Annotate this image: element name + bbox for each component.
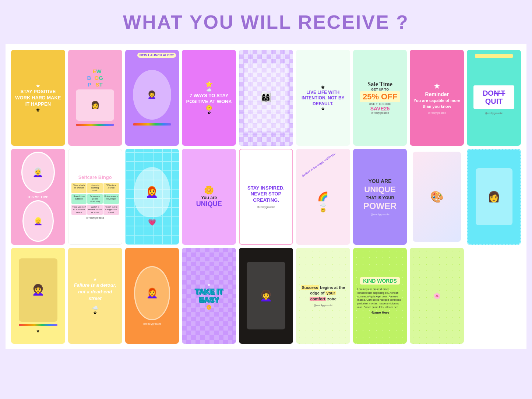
card-text: NEW BLOG POST (87, 68, 103, 88)
magic-text: Believe in the magic within you (302, 152, 337, 178)
bingo-cell: Enjoy a warm beverage (103, 194, 119, 204)
star-icon: ★ (207, 283, 211, 287)
smile-icon: 🙂 (206, 105, 212, 111)
card-stay-positive[interactable]: ★ STAY POSITIVE WORK HARD MAKE IT HAPPEN… (11, 50, 65, 146)
star-icon: ★ (36, 83, 40, 89)
smile-icon: 😊 (320, 208, 326, 213)
cards-grid: ★ STAY POSITIVE WORK HARD MAKE IT HAPPEN… (6, 44, 526, 349)
unique-text: UNIQUE (196, 200, 222, 208)
sale-code: SAVE25 (370, 106, 390, 112)
heart-icon: 💗 (148, 218, 156, 226)
card-text: Success begins at the edge of your comfo… (299, 285, 347, 302)
card-photo-pink[interactable]: 👩‍🦳 IT'S ME TIME 👱‍♀️ (11, 149, 65, 245)
photo-content: 👩‍🦳 IT'S ME TIME 👱‍♀️ (11, 149, 65, 245)
card-selfcare-bingo[interactable]: Selfcare Bingo Take a bath or shower Lis… (68, 149, 122, 245)
card-text: YOU ARE UNIQUE THAT IS YOUR POWER (363, 178, 397, 212)
card-text: 7 WAYS TO STAY POSITIVE AT WORK (185, 93, 233, 105)
take-easy-content: ★ TAKE IT EASY 🌼 (185, 281, 233, 310)
sale-footer: @reallygreasite (371, 112, 389, 114)
card-7ways[interactable]: ⭐ ☁️ 7 WAYS TO STAY POSITIVE AT WORK 🙂 ✿ (182, 50, 236, 146)
card-last[interactable]: 🌸 (410, 248, 464, 344)
bingo-cell: Reach out to a supportive friend (103, 205, 119, 215)
card-text: STAY INSPIRED. NEVER STOP CREATING. (243, 185, 289, 204)
card-kind-words[interactable]: KIND WORDS Lorem ipsum dolor sit amet, c… (353, 248, 407, 344)
bingo-cell: Spend time outdoors (71, 194, 87, 204)
card-believe-magic[interactable]: Believe in the magic within you 🌈 ☁️ 😊 (296, 149, 350, 245)
card-text: LIVE LIFE WITH INTENTION, NOT BY DEFAULT… (299, 90, 347, 107)
bingo-cell: Listen to calming music (87, 183, 103, 193)
card-success-edge[interactable]: Success begins at the edge of your comfo… (296, 248, 350, 344)
card-footer: @reallygreasite (86, 216, 104, 219)
kind-words-title: KIND WORDS (360, 277, 400, 285)
card-text: STAY POSITIVE WORK HARD MAKE IT HAPPEN (14, 89, 62, 107)
card-new-blog[interactable]: NEW BLOG POST 👩 (68, 50, 122, 146)
launch-badge: NEW LAUNCH ALERT (137, 53, 176, 58)
photo-placeholder: 👩 (476, 168, 512, 225)
card-footer: @readlygreasite (371, 213, 390, 216)
sale-subtitle: GET UP TO (371, 88, 389, 91)
card-footer: @readlygreasite (142, 322, 161, 325)
card-text: Reminder You are capable of more than yo… (413, 91, 461, 109)
photo-oval: 👩‍🦰 (134, 266, 170, 320)
photo-overlay: 👩‍👩‍👧 (239, 50, 293, 146)
card-text: DON'TQUIT (477, 89, 511, 105)
photo-placeholder: 👩‍🦱 (247, 262, 285, 329)
flower-icon-2: ✿ (321, 107, 324, 111)
card-teal-photo[interactable]: 👩 (467, 149, 521, 245)
bingo-cell: Take a bath or shower (71, 183, 87, 193)
photo-circle-2: 👱‍♀️ (22, 200, 54, 241)
card-placeholder[interactable]: 🎨 (410, 149, 464, 245)
card-checker-photo[interactable]: 👩‍👩‍👧 (239, 50, 293, 146)
card-cyan-photo[interactable]: 👩‍🦰 💗 (125, 149, 179, 245)
bingo-grid: Take a bath or shower Listen to calming … (71, 183, 119, 215)
sale-amount: 25% OFF (360, 91, 400, 102)
its-me-text: IT'S ME TIME (28, 195, 48, 199)
card-failure-detour[interactable]: ★ Failure is a detour, not a dead-end st… (68, 248, 122, 344)
card-text: TAKE IT EASY (185, 287, 233, 304)
flower-icon: 🌼 (206, 305, 212, 310)
card-live-life[interactable]: ❀ LIVE LIFE WITH INTENTION, NOT BY DEFAU… (296, 50, 350, 146)
page-title: WHAT YOU WILL RECEIVE ? (7, 11, 525, 33)
star-icon: ★ (93, 277, 97, 282)
card-yellow-photo[interactable]: 👩‍🦱 ❀ (11, 248, 65, 344)
flower-icon: ❀ (321, 85, 325, 90)
card-launch-alert[interactable]: NEW LAUNCH ALERT 👩‍🦱 (125, 50, 179, 146)
tape-decoration (475, 54, 513, 58)
kind-words-body: Lorem ipsum dolor sit amet, consectetuer… (356, 286, 404, 311)
dont-quit-box: DON'TQUIT (473, 85, 514, 109)
daisy-icon: 🌼 (204, 186, 214, 195)
bingo-cell: Treat yourself to a favorite snack (71, 205, 87, 215)
star-icon: ★ (433, 81, 441, 91)
name-placeholder: -Name Here (371, 311, 389, 314)
rainbow-bar (19, 324, 57, 326)
card-stay-inspired[interactable]: STAY INSPIRED. NEVER STOP CREATING. @rea… (239, 149, 293, 245)
page-header: WHAT YOU WILL RECEIVE ? (0, 0, 532, 40)
card-text: Failure is a detour, not a dead-end stre… (71, 282, 119, 302)
card-orange-photo[interactable]: 👩‍🦰 @readlygreasite (125, 248, 179, 344)
flower-icon: ✿ (208, 111, 211, 115)
card-footer: @reallygreasite (485, 112, 503, 114)
card-sale-time[interactable]: Sale Time GET UP TO 25% OFF USE THE CODE… (353, 50, 407, 146)
flower-icon: ✿ (94, 311, 96, 315)
card-dont-quit[interactable]: DON'TQUIT @reallygreasite (467, 50, 521, 146)
flower-icon: ❀ (36, 329, 39, 333)
photo-blob: 👩‍🦰 (134, 167, 170, 217)
card-you-unique[interactable]: 🌼 You are UNIQUE (182, 149, 236, 245)
bingo-title: Selfcare Bingo (78, 174, 112, 180)
photo-circle: 👩‍🦳 (21, 152, 55, 193)
card-footer: @readlygreasite (314, 304, 332, 307)
photo-placeholder: 👩‍🦱 (19, 258, 57, 321)
card-dark-photo[interactable]: 👩‍🦱 (239, 248, 293, 344)
flower-icon: ❀ (36, 107, 40, 113)
card-reminder[interactable]: ★ Reminder You are capable of more than … (410, 50, 464, 146)
you-are-text: You are (201, 195, 217, 200)
card-footer: @reallygreasite (257, 206, 275, 208)
card-unique-power[interactable]: YOU ARE UNIQUE THAT IS YOUR POWER @readl… (353, 149, 407, 245)
photo-placeholder: 👩 (76, 89, 114, 121)
cloud-icon: ☁️ (206, 88, 212, 93)
bingo-cell: Write in a journal (103, 183, 119, 193)
card-take-easy[interactable]: ★ TAKE IT EASY 🌼 (182, 248, 236, 344)
rainbow-bar (133, 123, 172, 126)
card-footer: @reallygreasite (428, 112, 446, 114)
cloud-icon: ☁️ (320, 202, 326, 208)
